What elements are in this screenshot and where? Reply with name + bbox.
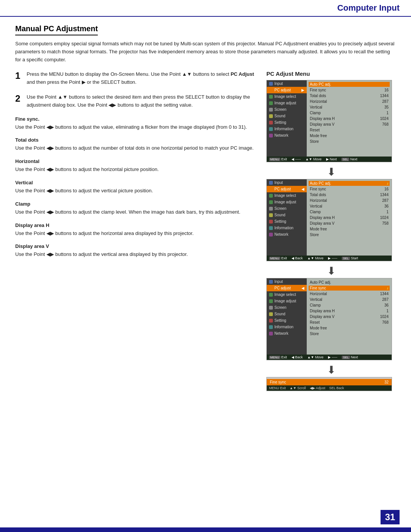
right-item-clamp-2: Clamp1 bbox=[310, 209, 389, 214]
menu-item-setting-1: Setting bbox=[267, 119, 307, 126]
vertical-heading: Vertical bbox=[15, 180, 255, 185]
menu-footer-3: MENU Exit ◀ Back ▲▼ Move ▶ ----- SEL Nex… bbox=[267, 355, 392, 360]
fine-sync-body: Use the Point ◀▶ buttons to adjust the v… bbox=[15, 123, 255, 131]
menu-item-input-2: Input bbox=[267, 179, 307, 186]
setting-icon-3 bbox=[269, 319, 273, 323]
menu-item-pcadjust-2: PC adjust ◀ bbox=[267, 186, 307, 192]
pcadjust-icon-2 bbox=[269, 187, 273, 191]
content-area: Manual PC Adjustment Some computers empl… bbox=[0, 17, 411, 407]
menu-footer-2: MENU Exit ◀ Back ▲▼ Move ▶ ----- SEL Sta… bbox=[267, 256, 392, 261]
menu-item-screen-3: Screen bbox=[267, 304, 307, 311]
menu-item-imageselect-2: Image select bbox=[267, 192, 307, 199]
pc-adjust-menu-title: PC Adjust Menu bbox=[266, 70, 396, 77]
menu-item-input-3: Input bbox=[267, 278, 307, 285]
menu-screenshot-2: Input PC adjust ◀ Image select bbox=[266, 179, 392, 261]
right-item-totaldots-1: Total dots1344 bbox=[310, 93, 389, 98]
right-item-clamp-1: Clamp1 bbox=[310, 110, 389, 115]
imageselect-icon-3 bbox=[269, 293, 273, 297]
menu-item-network-2: Network bbox=[267, 231, 307, 238]
screen-icon-3 bbox=[269, 306, 273, 310]
right-item-horizontal-2: Horizontal287 bbox=[310, 198, 389, 203]
right-item-finesync-3: Fine sync ♪ bbox=[309, 286, 390, 291]
two-column-layout: 1 Press the MENU button to display the O… bbox=[15, 70, 396, 396]
step-1-text: Press the MENU button to display the On-… bbox=[27, 70, 255, 86]
setting-icon-1 bbox=[269, 121, 273, 125]
step-1: 1 Press the MENU button to display the O… bbox=[15, 70, 255, 86]
step-2: 2 Use the Point ▲▼ buttons to select the… bbox=[15, 93, 255, 109]
menu-screenshot-1: Input PC adjust ▶ Image select bbox=[266, 80, 392, 162]
intro-text: Some computers employ special signal for… bbox=[15, 40, 396, 64]
pcadjust-icon-1 bbox=[269, 88, 273, 92]
menu-inner-1: Input PC adjust ▶ Image select bbox=[267, 80, 392, 157]
menu-right-2: Auto PC adj. ♪ Fine sync16 Total dots134… bbox=[307, 179, 392, 256]
right-item-store-3: Store bbox=[310, 331, 389, 336]
imageselect-icon-2 bbox=[269, 194, 273, 198]
information-icon-2 bbox=[269, 226, 273, 230]
menu-item-setting-2: Setting bbox=[267, 218, 307, 225]
menu-item-information-1: Information bbox=[267, 126, 307, 132]
menu-item-information-3: Information bbox=[267, 324, 307, 330]
right-item-horizontal-1: Horizontal287 bbox=[310, 99, 389, 104]
section-title: Manual PC Adjustment bbox=[15, 24, 98, 35]
menu-left-3: Input PC adjust ◀ Image select bbox=[267, 278, 307, 355]
input-icon-3 bbox=[269, 280, 273, 284]
menu-item-imageselect-3: Image select bbox=[267, 291, 307, 298]
fine-sync-heading: Fine sync. bbox=[15, 116, 255, 122]
right-item-displayv-1: Display area V768 bbox=[310, 122, 389, 127]
vertical-body: Use the Point ◀▶ buttons to adjust the v… bbox=[15, 187, 255, 195]
network-icon-1 bbox=[269, 134, 273, 137]
display-area-v-heading: Display area V bbox=[15, 243, 255, 249]
input-icon-1 bbox=[269, 82, 273, 86]
right-item-modefree-3: Mode free bbox=[310, 326, 389, 331]
menu-item-imageselect-1: Image select bbox=[267, 93, 307, 100]
right-item-finesync-2: Fine sync16 bbox=[310, 187, 389, 192]
fine-sync-value: 32 bbox=[384, 380, 389, 384]
horizontal-heading: Horizontal bbox=[15, 158, 255, 164]
imageadjust-icon-2 bbox=[269, 200, 273, 204]
menu-item-network-1: Network bbox=[267, 132, 307, 139]
menu-item-imageadjust-1: Image adjust bbox=[267, 100, 307, 106]
menu-item-sound-1: Sound bbox=[267, 113, 307, 119]
right-item-displayv-3: Display area V1024 bbox=[310, 314, 389, 319]
right-item-store-2: Store bbox=[310, 232, 389, 237]
step-1-number: 1 bbox=[15, 70, 23, 86]
imageadjust-icon-1 bbox=[269, 101, 273, 105]
menu-item-network-3: Network bbox=[267, 330, 307, 337]
menu-item-sound-2: Sound bbox=[267, 212, 307, 218]
right-item-reset-3: Reset768 bbox=[310, 320, 389, 325]
step-2-text: Use the Point ▲▼ buttons to select the d… bbox=[27, 93, 255, 109]
menu-right-3: Auto PC adj. Fine sync ♪ Horizontal1344 … bbox=[307, 278, 392, 355]
pcadjust-icon-3 bbox=[269, 286, 273, 290]
right-item-displayv-2: Display area V758 bbox=[310, 221, 389, 226]
fine-sync-bar: Fine sync 32 bbox=[267, 379, 392, 385]
right-item-vertical-3: Vertical287 bbox=[310, 297, 389, 302]
right-item-reset-1: Reset bbox=[310, 128, 389, 133]
right-item-displayh-2: Display area H1024 bbox=[310, 215, 389, 220]
display-area-h-body: Use the Point ◀▶ buttons to adjust the h… bbox=[15, 230, 255, 238]
menu-item-pcadjust-1: PC adjust ▶ bbox=[267, 87, 307, 93]
information-icon-3 bbox=[269, 325, 273, 329]
horizontal-body: Use the Point ◀▶ buttons to adjust the h… bbox=[15, 166, 255, 174]
right-item-horizontal-3: Horizontal1344 bbox=[310, 291, 389, 296]
clamp-body: Use the Point ◀▶ buttons to adjust the c… bbox=[15, 208, 255, 216]
menu-inner-3: Input PC adjust ◀ Image select bbox=[267, 278, 392, 355]
right-item-modefree-2: Mode free bbox=[310, 227, 389, 232]
screen-icon-1 bbox=[269, 108, 273, 112]
menu-item-screen-2: Screen bbox=[267, 205, 307, 212]
menu-item-screen-1: Screen bbox=[267, 106, 307, 113]
imageadjust-icon-3 bbox=[269, 299, 273, 303]
right-item-displayh-1: Display area H1024 bbox=[310, 116, 389, 121]
menu-item-sound-3: Sound bbox=[267, 311, 307, 317]
total-dots-heading: Total dots bbox=[15, 137, 255, 143]
arrow-down-1: ⬇ bbox=[266, 167, 396, 177]
right-item-finesync-1: Fine sync16 bbox=[310, 88, 389, 93]
right-column: PC Adjust Menu Input PC adjust ▶ bbox=[266, 70, 396, 396]
screen-icon-2 bbox=[269, 207, 273, 211]
imageselect-icon-1 bbox=[269, 95, 273, 99]
right-item-autopc-3: Auto PC adj. bbox=[310, 280, 389, 285]
fine-sync-bar-container: Fine sync 32 MENU Exit ▲▼ Scroll ◀▶ Adju… bbox=[266, 377, 392, 391]
menu-item-imageadjust-3: Image adjust bbox=[267, 298, 307, 304]
information-icon-1 bbox=[269, 127, 273, 131]
sound-icon-1 bbox=[269, 114, 273, 118]
total-dots-body: Use the Point ◀▶ buttons to adjust the n… bbox=[15, 144, 255, 152]
